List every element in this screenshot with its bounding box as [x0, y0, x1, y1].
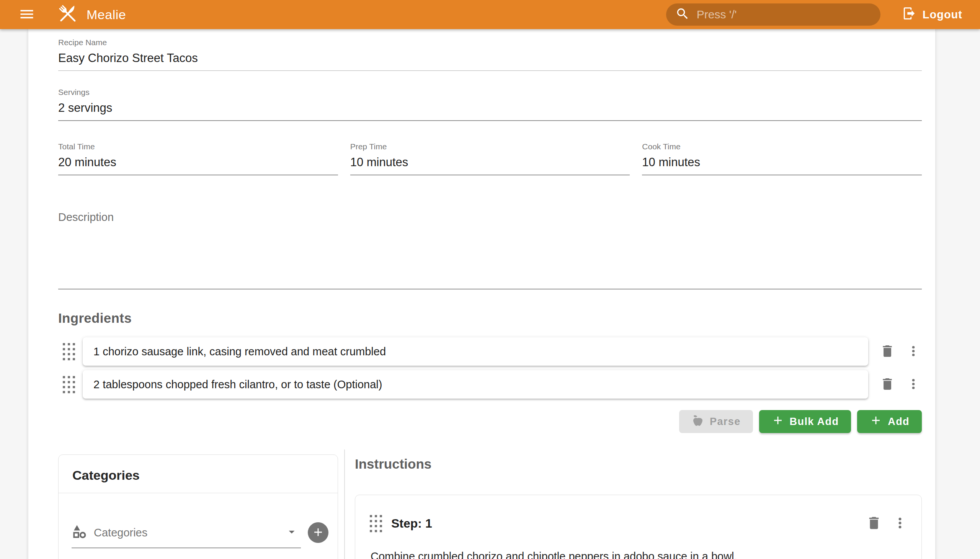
- delete-ingredient-button[interactable]: [878, 342, 897, 361]
- trash-icon: [880, 344, 895, 360]
- logout-label: Logout: [922, 8, 962, 21]
- add-ingredient-button[interactable]: Add: [857, 410, 922, 433]
- prep-time-input[interactable]: [350, 152, 630, 175]
- add-label: Add: [888, 416, 910, 428]
- search-box[interactable]: [666, 3, 881, 26]
- kebab-menu-icon: [892, 515, 908, 532]
- apple-icon: [691, 414, 710, 430]
- logout-icon: [902, 6, 916, 23]
- recipe-name-field-group: Recipe Name: [58, 38, 922, 71]
- recipe-editor-sheet: Recipe Name Servings Total Time Prep Tim…: [28, 29, 935, 559]
- ingredient-row: [58, 370, 922, 399]
- column-divider: [344, 450, 345, 559]
- ingredient-field: [83, 337, 868, 366]
- trash-icon: [880, 376, 895, 393]
- menu-icon: [18, 6, 35, 24]
- kebab-menu-icon: [906, 376, 921, 393]
- servings-label: Servings: [58, 87, 922, 97]
- search-icon: [675, 7, 690, 23]
- cutlery-icon: [56, 2, 79, 27]
- bulk-add-button[interactable]: Bulk Add: [759, 410, 851, 433]
- step-header-row: Step: 1: [370, 514, 909, 533]
- categories-column: Categories Categories: [58, 450, 338, 559]
- ingredient-input[interactable]: [93, 346, 858, 358]
- description-field-group: Description: [58, 212, 922, 289]
- add-category-button[interactable]: [308, 522, 329, 543]
- shapes-category-icon: [71, 524, 88, 541]
- prep-time-label: Prep Time: [350, 142, 630, 152]
- categories-select-placeholder: Categories: [94, 526, 147, 539]
- delete-ingredient-button[interactable]: [878, 375, 897, 394]
- mealie-logo: [56, 2, 79, 27]
- ingredient-row: [58, 337, 922, 366]
- app-header: Mealie Logout: [0, 0, 980, 29]
- servings-input[interactable]: [58, 97, 922, 120]
- parse-button[interactable]: Parse: [679, 410, 753, 433]
- drag-handle-icon[interactable]: [63, 376, 76, 393]
- cook-time-input[interactable]: [642, 152, 922, 175]
- plus-icon: [869, 414, 888, 430]
- recipe-name-input[interactable]: [58, 48, 922, 70]
- ingredient-options-button[interactable]: [905, 342, 922, 361]
- dropdown-arrow-icon: [285, 525, 299, 540]
- step-text[interactable]: Combine crumbled chorizo and chipotle pe…: [370, 548, 909, 559]
- hamburger-menu-button[interactable]: [15, 3, 38, 26]
- ingredient-options-button[interactable]: [905, 375, 922, 394]
- parse-label: Parse: [710, 416, 741, 428]
- bottom-columns: Categories Categories: [58, 450, 922, 559]
- ingredient-actions-row: Parse Bulk Add Add: [58, 410, 922, 433]
- servings-field-group: Servings: [58, 87, 922, 121]
- plus-icon: [312, 526, 325, 540]
- categories-select-row: Categories: [59, 493, 338, 548]
- step-options-button[interactable]: [892, 514, 909, 533]
- total-time-input[interactable]: [58, 152, 338, 175]
- categories-heading: Categories: [59, 455, 338, 493]
- drag-handle-icon[interactable]: [370, 515, 383, 532]
- kebab-menu-icon: [906, 344, 921, 360]
- cook-time-field-group: Cook Time: [642, 142, 922, 175]
- drag-handle-icon[interactable]: [63, 343, 76, 360]
- description-label: Description: [58, 212, 922, 222]
- trash-icon: [866, 515, 882, 532]
- instruction-step-card: Step: 1 Combine crumbled chorizo and chi…: [355, 495, 922, 559]
- ingredient-input[interactable]: [93, 378, 858, 391]
- app-title: Mealie: [86, 7, 126, 22]
- logout-button[interactable]: Logout: [896, 6, 962, 23]
- ingredient-field: [83, 370, 868, 399]
- total-time-field-group: Total Time: [58, 142, 338, 175]
- recipe-name-label: Recipe Name: [58, 38, 922, 48]
- description-textarea[interactable]: [58, 222, 922, 287]
- bulk-add-label: Bulk Add: [790, 416, 839, 428]
- cook-time-label: Cook Time: [642, 142, 922, 152]
- categories-card: Categories Categories: [58, 455, 338, 559]
- total-time-label: Total Time: [58, 142, 338, 152]
- categories-select[interactable]: Categories: [71, 524, 301, 548]
- ingredients-heading: Ingredients: [58, 311, 922, 326]
- delete-step-button[interactable]: [865, 514, 883, 533]
- step-title: Step: 1: [391, 516, 432, 531]
- instructions-heading: Instructions: [355, 456, 922, 472]
- time-fields-row: Total Time Prep Time Cook Time: [58, 142, 922, 175]
- plus-icon: [771, 414, 790, 430]
- prep-time-field-group: Prep Time: [350, 142, 630, 175]
- instructions-column: Instructions Step: 1: [355, 450, 922, 559]
- search-input[interactable]: [697, 8, 871, 21]
